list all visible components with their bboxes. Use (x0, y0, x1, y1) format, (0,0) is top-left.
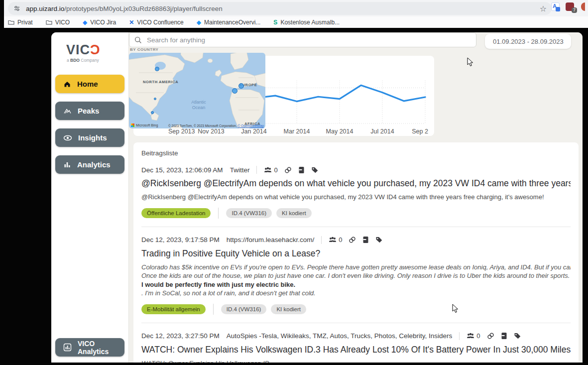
confluence-icon: ✕ (129, 19, 134, 25)
post-body-line: @RickIsenberg @ElectrifyAm depends on wh… (141, 193, 571, 202)
sidebar-item-analytics[interactable]: Analytics (55, 155, 124, 174)
map-attribution: © 2023 TomTom, © 2023 Microsoft Corporat… (168, 124, 264, 127)
peaks-icon (63, 107, 72, 115)
post-body-line: I would be perfectly fine with just my e… (141, 280, 571, 289)
bookmarks-bar: Privat VICO ◆ VICO Jira ✕ VICO Confluenc… (0, 16, 588, 28)
svg-text:Sep 2013: Sep 2013 (168, 128, 195, 135)
home-icon (63, 80, 71, 88)
link-icon[interactable] (284, 166, 292, 174)
microsoft-logo-icon (131, 123, 134, 127)
post-source[interactable]: https://forum.leasehackr.com/ (227, 236, 314, 243)
folder-icon (46, 19, 52, 25)
audience-count: 0 (339, 236, 342, 243)
post-title[interactable]: Trading in Positive Equity Vehicle on a … (141, 248, 571, 259)
country-map-card: BY COUNTRY (129, 47, 265, 129)
topic-tag[interactable]: E-Mobilität allgemein (141, 304, 206, 314)
divider (213, 304, 214, 315)
divider (218, 208, 219, 219)
map-bubble-canada[interactable] (155, 67, 159, 71)
world-map[interactable]: NORTH AMERICA EUROPE AFRICA Atlantic Oce… (129, 53, 265, 128)
address-bar[interactable]: app.uizard.io/prototypes/bM0yoLjx03uRdz6… (8, 2, 552, 15)
bookmark-kostenlose[interactable]: S Kostenlose Ausmalb... (273, 19, 340, 26)
post-title[interactable]: @RickIsenberg @ElectrifyAm depends on wh… (141, 178, 571, 189)
audience-icon (264, 167, 272, 173)
post-body-line: Colorado has $5k incentive on EVs if you… (141, 263, 571, 272)
svg-text:Sep 2014: Sep 2014 (412, 128, 428, 135)
post-body-line: Once the kids are out of the house, we p… (141, 271, 571, 280)
svg-text:May 2014: May 2014 (326, 128, 353, 135)
post-item[interactable]: Dec 15, 2023, 12:06:09 AM Twitter 0 (141, 166, 571, 227)
search-input[interactable] (147, 36, 471, 44)
link-icon[interactable] (349, 236, 356, 243)
topic-tag[interactable]: Öffentliche Ladestation (141, 208, 211, 218)
mouse-cursor (467, 57, 473, 67)
post-source[interactable]: Twitter (230, 166, 250, 174)
analytics-box-icon (63, 343, 72, 352)
url-text[interactable]: app.uizard.io/prototypes/bM0yoLjx03uRdz6… (26, 5, 536, 12)
openstreetmap-link[interactable]: © OpenStreetMap (238, 124, 264, 127)
bookmark-maintenance[interactable]: ◆ MaintenanceOvervi... (197, 19, 261, 26)
post-item[interactable]: Dec 12, 2023, 9:17:58 PM https://forum.l… (141, 236, 571, 323)
folder-icon (8, 19, 14, 25)
svg-text:Jul 2014: Jul 2014 (370, 128, 394, 135)
date-range-picker[interactable]: 01.09.2023 - 28.09.2023 (485, 34, 571, 49)
post-divider (141, 323, 571, 323)
map-provider: Microsoft Bing (131, 123, 158, 127)
site-settings-icon[interactable] (13, 4, 21, 12)
post-timestamp: Dec 15, 2023, 12:06:09 AM (141, 166, 223, 174)
bar-chart-icon (63, 161, 71, 169)
tag-icon[interactable] (514, 332, 521, 340)
bookmark-vico-jira[interactable]: ◆ VICO Jira (83, 19, 116, 26)
divider (459, 332, 460, 340)
book-icon[interactable] (298, 166, 305, 174)
logo-subtitle: a BDO Company (67, 58, 128, 63)
bookmark-vico-confluence[interactable]: ✕ VICO Confluence (129, 19, 183, 26)
profile-avatar[interactable] (581, 2, 585, 11)
mouse-cursor (452, 304, 459, 313)
map-bubble-germany[interactable] (238, 83, 244, 89)
link-icon[interactable] (487, 332, 494, 340)
translate-icon[interactable] (551, 2, 560, 11)
model-tag[interactable]: ID.4 (VW316) (226, 208, 272, 218)
bookmark-star-icon[interactable]: ☆ (540, 4, 547, 13)
screen-edge (0, 0, 4, 28)
post-timestamp: Dec 12, 2023, 9:17:58 PM (141, 236, 220, 243)
ai-coded-tag[interactable]: KI kodiert (271, 304, 306, 314)
sidebar-item-insights[interactable]: Insights (55, 128, 124, 147)
book-icon[interactable] (362, 236, 369, 243)
search-icon (134, 36, 142, 44)
main-content: 01.09.2023 - 28.09.2023 Sum of Gross Sal… (128, 32, 583, 363)
map-label-north-america: NORTH AMERICA (143, 80, 178, 84)
sidebar-item-vico-analytics[interactable]: VICO Analytics (55, 338, 124, 357)
bookmark-vico[interactable]: VICO (46, 19, 70, 26)
map-bubble-usa[interactable] (154, 98, 156, 100)
diamond-icon: ◆ (197, 19, 201, 25)
tag-icon[interactable] (375, 236, 383, 243)
model-tag[interactable]: ID.4 (VW316) (221, 304, 267, 314)
ai-coded-tag[interactable]: KI kodiert (276, 208, 312, 218)
sidebar-item-peaks[interactable]: Peaks (55, 102, 124, 120)
tag-icon[interactable] (311, 166, 319, 174)
divider (256, 166, 257, 174)
sidebar-item-home[interactable]: Home (55, 75, 124, 93)
posts-list-card: Beitragsliste Dec 15, 2023, 12:06:09 AM … (133, 142, 579, 363)
audience-count: 0 (476, 332, 480, 340)
date-range-text: 01.09.2023 - 28.09.2023 (493, 38, 564, 45)
map-bubble-france[interactable] (232, 88, 237, 94)
vico-logo: VICƆ (66, 43, 128, 57)
map-label-atlantic-ocean: Atlantic Ocean (185, 100, 213, 111)
browser-toolbar: app.uizard.io/prototypes/bM0yoLjx03uRdz6… (0, 0, 588, 16)
audience-icon (467, 333, 474, 339)
post-body-line: . I'm in SoCal, so not a lot of rain, an… (141, 289, 571, 298)
bookmark-privat[interactable]: Privat (8, 19, 33, 26)
s-icon: S (273, 19, 277, 25)
search-bar[interactable] (129, 32, 476, 47)
sidebar: VICƆ a BDO Company Home Peaks (51, 32, 128, 363)
audience-count: 0 (274, 166, 277, 174)
map-bubble-mexico[interactable] (151, 111, 154, 114)
book-icon[interactable] (501, 332, 507, 340)
post-title[interactable]: WATCH: Owner Explains His Volkswagen ID.… (141, 345, 571, 355)
extension-icon[interactable]: 7 (566, 2, 574, 11)
post-source[interactable]: AutoSpies -Tesla, Wikileaks, TMZ, Autos,… (227, 332, 452, 340)
post-item[interactable]: Dec 12, 2023, 3:27:50 PM AutoSpies -Tesl… (141, 332, 571, 363)
